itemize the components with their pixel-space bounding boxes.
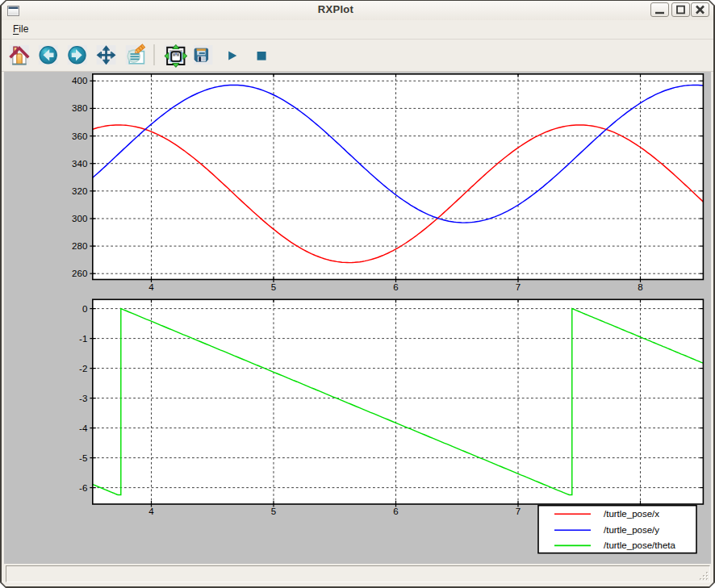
svg-text:6: 6 <box>393 282 398 292</box>
svg-text:5: 5 <box>271 507 276 516</box>
svg-text:-4: -4 <box>79 423 88 433</box>
svg-text:/turtle_pose/x: /turtle_pose/x <box>604 509 659 519</box>
svg-text:260: 260 <box>72 269 87 278</box>
svg-text:6: 6 <box>393 507 398 516</box>
svg-text:340: 340 <box>72 159 87 169</box>
svg-text:380: 380 <box>72 103 87 113</box>
svg-text:280: 280 <box>72 241 87 251</box>
svg-text:/turtle_pose/theta: /turtle_pose/theta <box>604 540 675 550</box>
svg-text:8: 8 <box>638 282 642 292</box>
svg-text:-2: -2 <box>79 364 87 373</box>
svg-text:7: 7 <box>516 507 521 516</box>
svg-text:320: 320 <box>72 186 87 196</box>
svg-text:-5: -5 <box>79 453 87 463</box>
svg-text:4: 4 <box>148 507 154 516</box>
svg-text:7: 7 <box>516 282 521 292</box>
svg-text:0: 0 <box>82 304 87 314</box>
svg-text:-6: -6 <box>79 483 87 493</box>
svg-text:4: 4 <box>148 282 154 292</box>
svg-text:300: 300 <box>72 214 87 223</box>
svg-text:400: 400 <box>72 76 87 85</box>
svg-text:-1: -1 <box>79 334 87 344</box>
svg-text:5: 5 <box>271 282 276 292</box>
svg-text:360: 360 <box>72 131 87 141</box>
svg-text:/turtle_pose/y: /turtle_pose/y <box>604 525 659 535</box>
svg-text:-3: -3 <box>79 394 87 403</box>
